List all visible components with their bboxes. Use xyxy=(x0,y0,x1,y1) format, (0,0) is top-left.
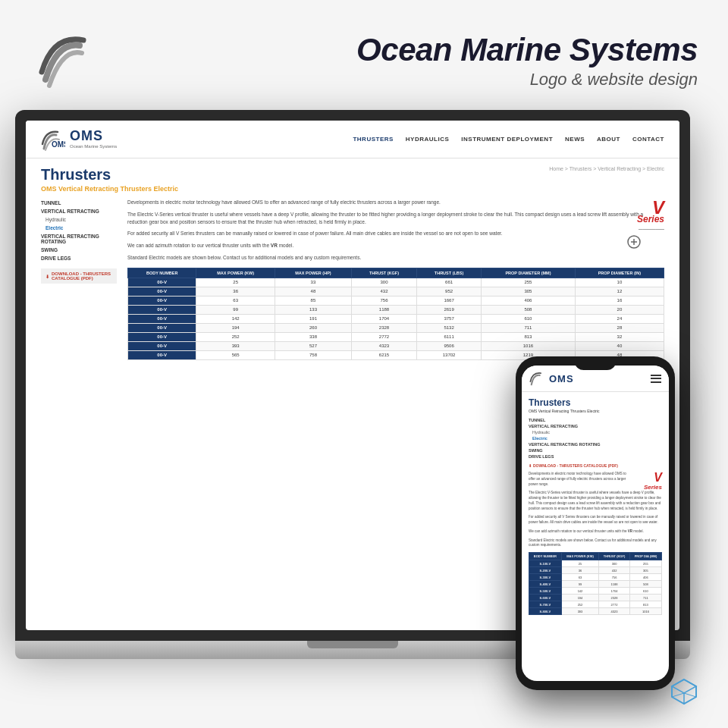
table-cell: 4323 xyxy=(351,341,416,350)
nav-link-hydraulics[interactable]: HYDRAULICS xyxy=(406,136,449,143)
sidebar-item-electric[interactable]: Electric xyxy=(41,224,117,232)
table-row: 00-V253330066125510 xyxy=(128,278,664,287)
phone-table-row: S-800-V39343231016 xyxy=(529,608,662,615)
table-cell: 2772 xyxy=(351,332,416,341)
nav-link-thrusters[interactable]: THRUSTERS xyxy=(353,136,393,143)
table-row: 00-V991331188261950820 xyxy=(128,305,664,314)
phone-download-label: DOWNLOAD - THRUSTERS CATALOGUE (PDF) xyxy=(533,463,618,468)
oms-tagline-text: Ocean Marine Systems xyxy=(70,144,117,149)
nav-link-contact[interactable]: CONTACT xyxy=(632,136,664,143)
phone-vseries-area: V Series xyxy=(644,472,662,491)
phone-table-cell: 36 xyxy=(561,567,598,574)
phone-download-button[interactable]: ⬇ DOWNLOAD - THRUSTERS CATALOGUE (PDF) xyxy=(529,463,662,468)
phone-page-title: Thrusters xyxy=(529,397,662,408)
phone-table-cell-label: S-200-V xyxy=(529,567,562,574)
brand-company-name: Ocean Marine Systems xyxy=(356,32,698,68)
page-subtitle-main: OMS Vertical Retracting Thrusters xyxy=(41,185,152,193)
table-cell: 194 xyxy=(196,323,275,332)
phone-table-cell-label: S-400-V xyxy=(529,581,562,588)
hamburger-line-3 xyxy=(651,381,661,383)
phone-sidebar-drive-legs[interactable]: DRIVE LEGS xyxy=(529,453,662,460)
branding-header: Ocean Marine Systems Logo & website desi… xyxy=(0,0,728,121)
nav-link-news[interactable]: NEWS xyxy=(565,136,585,143)
oms-logo-area: OMS OMS Ocean Marine Systems xyxy=(41,127,117,152)
table-cell: 36 xyxy=(196,287,275,296)
table-row: 00-V364843295230512 xyxy=(128,287,664,296)
phone-table-cell: 99 xyxy=(561,581,598,588)
svg-text:OMS: OMS xyxy=(52,140,65,149)
table-cell: 252 xyxy=(196,332,275,341)
phone-table-cell-label: S-800-V xyxy=(529,608,562,615)
thrusters-table: BODY NUMBER MAX POWER (KW) MAX POWER (HP… xyxy=(127,268,664,360)
table-cell: 6215 xyxy=(351,350,416,359)
phone-table-cell: 142 xyxy=(561,588,598,595)
phone-screen: OMS Thrusters OMS Vertical Retracting Th… xyxy=(522,366,669,681)
phone-hamburger-menu[interactable] xyxy=(651,375,661,383)
phone-table-cell: 252 xyxy=(561,601,598,608)
sidebar-download-button[interactable]: ⬇ DOWNLOAD - THRUSTERS CATALOGUE (PDF) xyxy=(41,268,117,284)
table-row: 00-V1421911704375761024 xyxy=(128,314,664,323)
vseries-icon xyxy=(626,234,642,249)
phone-desc-5: Standard Electric models are shown below… xyxy=(529,538,662,549)
phone-table-cell: 1016 xyxy=(629,608,661,615)
phone-table-cell: 432 xyxy=(599,567,630,574)
sidebar-item-vertical-retracting[interactable]: VERTICAL RETRACTING xyxy=(41,207,117,215)
table-cell: 13702 xyxy=(417,350,482,359)
phone-table-cell: 393 xyxy=(561,608,598,615)
sidebar-item-swing[interactable]: SWING xyxy=(41,246,117,254)
phone-table-cell-label: S-100-V xyxy=(529,560,562,567)
table-cell-label: 00-V xyxy=(128,323,196,332)
phone-desc-2: The Electric V-Series vertical thruster … xyxy=(529,491,662,511)
sidebar-item-drive-legs[interactable]: DRIVE LEGS xyxy=(41,254,117,262)
page-title: Thrusters xyxy=(41,166,178,184)
table-header-thrust-kgf: THRUST (KGF) xyxy=(351,268,416,278)
phone-sidebar-vertical[interactable]: VERTICAL RETRACTING xyxy=(529,423,662,429)
brand-logo-icon xyxy=(30,27,99,95)
breadcrumb: Home > Thrusters > Vertical Retracting >… xyxy=(549,166,664,171)
phone-table-cell-label: S-500-V xyxy=(529,588,562,595)
table-cell: 9506 xyxy=(417,341,482,350)
table-cell: 338 xyxy=(275,332,352,341)
phone-table-cell: 2772 xyxy=(599,601,630,608)
phone-table-cell: 1704 xyxy=(599,588,630,595)
table-header-body-number: BODY NUMBER xyxy=(128,268,196,278)
table-cell: 33 xyxy=(275,278,352,287)
nav-link-instrument[interactable]: INSTRUMENT DEPLOYMENT xyxy=(461,136,553,143)
phone-sidebar-tunnel[interactable]: TUNNEL xyxy=(529,417,662,423)
download-icon: ⬇ xyxy=(46,274,49,279)
table-cell: 305 xyxy=(482,287,576,296)
table-cell: 24 xyxy=(575,314,664,323)
table-cell: 2328 xyxy=(351,323,416,332)
sidebar-item-vr-rotating[interactable]: VERTICAL RETRACTING ROTATING xyxy=(41,232,117,246)
phone-table-row: S-300-V63756406 xyxy=(529,574,662,581)
page-subtitle: OMS Vertical Retracting Thrusters Electr… xyxy=(41,185,178,193)
phone-thrusters-table: BODY NUMBER MAX POWER (KW) THRUST (KGF) … xyxy=(529,552,662,615)
phone-sidebar-electric[interactable]: Electric xyxy=(529,435,662,441)
sidebar-item-hydraulic[interactable]: Hydraulic xyxy=(41,215,117,224)
phone-sidebar-swing[interactable]: SWING xyxy=(529,447,662,453)
table-cell: 5132 xyxy=(417,323,482,332)
table-cell-label: 00-V xyxy=(128,314,196,323)
nav-link-about[interactable]: ABOUT xyxy=(597,136,620,143)
phone-table-row: S-200-V36432305 xyxy=(529,567,662,574)
phone-table-cell: 305 xyxy=(629,567,661,574)
table-header-thrust-lbs: THRUST (LBS) xyxy=(417,268,482,278)
phone-notch xyxy=(575,356,617,370)
table-cell: 1704 xyxy=(351,314,416,323)
table-cell-label: 00-V xyxy=(128,278,196,287)
phone-sidebar-hydraulic[interactable]: Hydraulic xyxy=(529,429,662,435)
phone-sidebar-vrr[interactable]: VERTICAL RETRACTING ROTATING xyxy=(529,441,662,447)
phone-table-row: S-700-V2522772813 xyxy=(529,601,662,608)
table-row: 00-V6385756166740616 xyxy=(128,296,664,305)
phone-table-cell-label: S-600-V xyxy=(529,595,562,601)
phone-table-row: S-100-V25300255 xyxy=(529,560,662,567)
phone-download-icon: ⬇ xyxy=(529,463,532,468)
table-cell: 142 xyxy=(196,314,275,323)
desc-1: Developments in electric motor technolog… xyxy=(127,199,664,206)
oms-brand-text: OMS xyxy=(70,128,103,143)
nav-links: THRUSTERS HYDRAULICS INSTRUMENT DEPLOYME… xyxy=(353,136,664,143)
phone-table-cell-label: S-700-V xyxy=(529,601,562,608)
table-cell: 508 xyxy=(482,305,576,314)
phone-table-cell: 508 xyxy=(629,581,661,588)
sidebar-item-tunnel[interactable]: TUNNEL xyxy=(41,199,117,207)
